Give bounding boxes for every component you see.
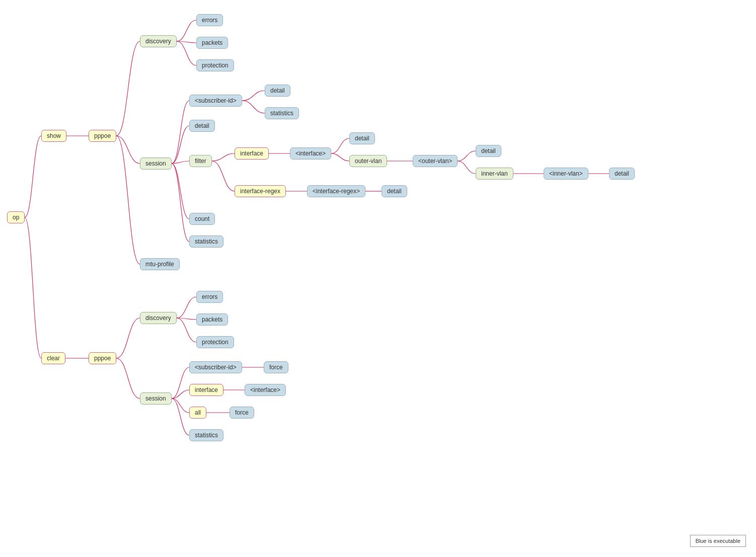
node-outer_vlan_param: <outer-vlan> <box>413 155 458 167</box>
node-stats_clear: statistics <box>189 429 223 441</box>
node-inner_vlan_param: <inner-vlan> <box>544 168 588 180</box>
node-inner_vlan: inner-vlan <box>476 168 513 180</box>
node-count_show: count <box>189 213 215 225</box>
node-iface_clear_param: <interface> <box>245 384 286 396</box>
node-detail_sub_show: detail <box>265 85 290 97</box>
node-protection_show: protection <box>196 59 234 71</box>
node-force_sub_clear: force <box>264 361 288 373</box>
node-all_clear: all <box>189 407 206 419</box>
node-iface_param: <interface> <box>290 147 331 160</box>
node-discovery_show: discovery <box>140 35 177 47</box>
node-op: op <box>7 211 25 223</box>
node-discovery_clear: discovery <box>140 312 177 324</box>
node-packets_show: packets <box>196 37 228 49</box>
node-session_clear: session <box>140 392 172 405</box>
node-session_show: session <box>140 157 172 170</box>
node-pppoe_show: pppoe <box>89 130 116 142</box>
legend-text: Blue is executable <box>696 538 740 544</box>
node-interface_filter: interface <box>235 147 269 160</box>
node-iface_regex_param: <interface-regex> <box>307 185 365 197</box>
node-stats_sub_show: statistics <box>265 107 299 119</box>
node-filter_show: filter <box>189 155 212 167</box>
node-pppoe_clear: pppoe <box>89 352 116 364</box>
node-clear: clear <box>41 352 65 364</box>
node-outer_vlan: outer-vlan <box>349 155 387 167</box>
node-errors_show: errors <box>196 14 223 26</box>
node-detail_inner: detail <box>609 168 635 180</box>
node-packets_clear: packets <box>196 313 228 326</box>
node-detail_iface: detail <box>349 132 375 144</box>
node-iface_regex: interface-regex <box>235 185 286 197</box>
node-protection_clear: protection <box>196 336 234 348</box>
node-stats_sess_show: statistics <box>189 235 223 248</box>
legend: Blue is executable <box>690 535 746 547</box>
node-subscriber_show: <subscriber-id> <box>189 95 242 107</box>
node-show: show <box>41 130 66 142</box>
node-detail_outer: detail <box>476 145 501 157</box>
node-force_all_clear: force <box>230 407 254 419</box>
node-mtu_profile: mtu-profile <box>140 258 180 270</box>
node-detail_regex: detail <box>382 185 407 197</box>
node-detail_sess_show: detail <box>189 120 215 132</box>
node-interface_clear: interface <box>189 384 223 396</box>
node-subscriber_clear: <subscriber-id> <box>189 361 242 373</box>
node-errors_clear: errors <box>196 291 223 303</box>
